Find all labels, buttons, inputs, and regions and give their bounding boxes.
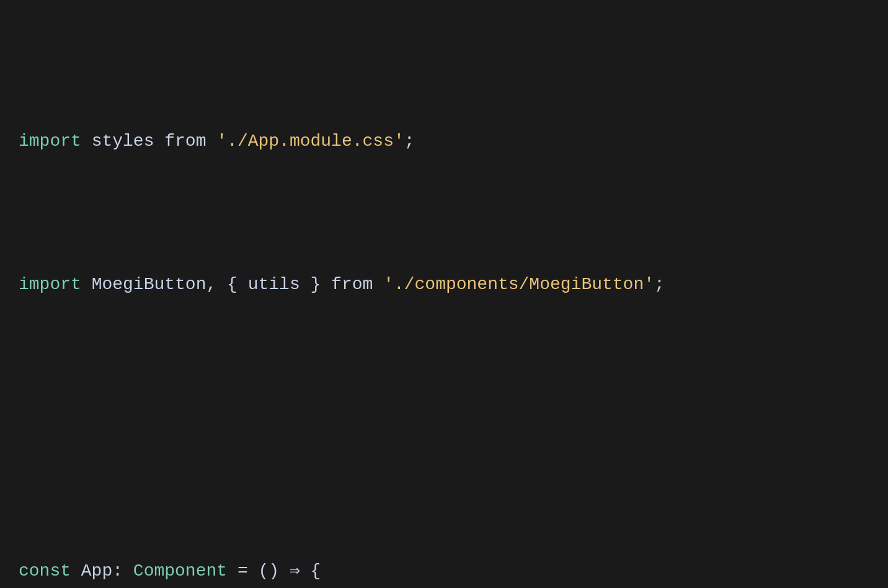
colon: : xyxy=(112,557,123,586)
semicolon: ; xyxy=(404,127,415,156)
code-line-3 xyxy=(19,414,869,442)
open-brace: { xyxy=(300,557,321,586)
keyword-import-2: import xyxy=(19,270,81,299)
identifier-styles: styles xyxy=(81,127,164,156)
identifier-moegibutton: MoegiButton, { utils } xyxy=(81,270,331,299)
space xyxy=(206,127,216,156)
equals: = xyxy=(238,557,248,586)
keyword-from: from xyxy=(164,127,206,156)
code-line-1: import styles from './App.module.css' ; xyxy=(19,127,869,156)
keyword-from-2: from xyxy=(331,270,373,299)
identifier-app: App xyxy=(71,557,112,586)
semicolon-2: ; xyxy=(654,270,665,299)
keyword-const: const xyxy=(19,557,71,586)
code-line-2: import MoegiButton, { utils } from './co… xyxy=(19,270,869,299)
space-2 xyxy=(373,270,383,299)
code-line-4: const App : Component = () ⇒ { xyxy=(19,557,869,586)
code-editor: import styles from './App.module.css' ; … xyxy=(19,12,869,588)
string-app-css: './App.module.css' xyxy=(216,127,404,156)
params: () xyxy=(248,557,290,586)
keyword-import: import xyxy=(19,127,81,156)
string-moegi-path: './components/MoegiButton' xyxy=(383,270,654,299)
type-component: Component xyxy=(123,557,238,586)
arrow: ⇒ xyxy=(290,557,300,586)
